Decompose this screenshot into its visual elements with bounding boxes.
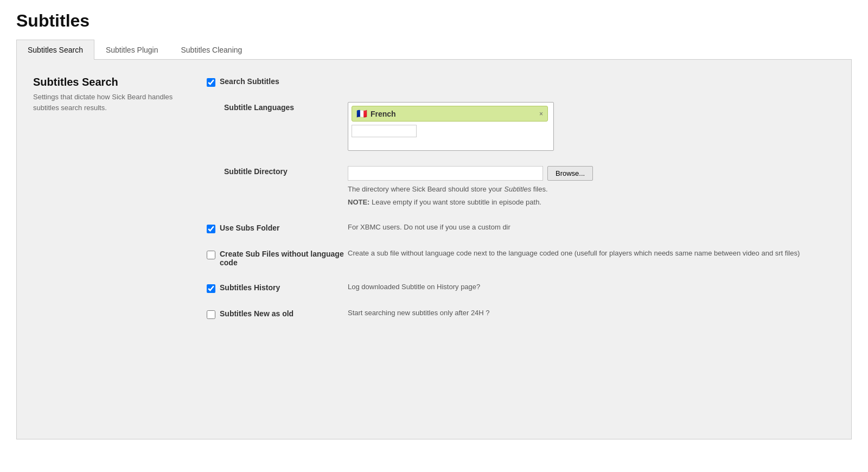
- dir-row: Browse...: [348, 166, 835, 181]
- page-wrapper: Subtitles Subtitles Search Subtitles Plu…: [0, 0, 868, 450]
- subtitles-history-description: Log downloaded Subtitle on History page?: [348, 281, 480, 291]
- tabs-bar: Subtitles Search Subtitles Plugin Subtit…: [16, 40, 852, 60]
- subtitle-directory-control: Browse... The directory where Sick Beard…: [348, 166, 835, 207]
- subtitles-history-label-col: Subtitles History: [207, 282, 348, 293]
- section-title: Subtitles Search: [33, 76, 207, 88]
- subtitle-directory-hint1: The directory where Sick Beard should st…: [348, 184, 835, 195]
- subtitle-directory-input[interactable]: [348, 166, 543, 181]
- section-description: Settings that dictate how Sick Beard han…: [33, 92, 185, 113]
- use-subs-folder-control: For XBMC users. Do not use if you use a …: [348, 222, 835, 231]
- browse-button[interactable]: Browse...: [547, 166, 593, 181]
- subtitles-new-as-old-control: Start searching new subtitles only after…: [348, 308, 835, 317]
- language-tag-french: 🇫🇷 French ×: [352, 106, 548, 122]
- create-sub-files-checkbox[interactable]: [207, 251, 215, 259]
- create-sub-files-label-col: Create Sub Files without language code: [207, 248, 348, 267]
- setting-row-subtitles-history: Subtitles History Log downloaded Subtitl…: [207, 282, 835, 293]
- search-subtitles-label: Search Subtitles: [220, 77, 279, 86]
- use-subs-folder-label: Use Subs Folder: [220, 224, 279, 232]
- create-sub-files-label: Create Sub Files without language code: [220, 250, 348, 267]
- search-subtitles-label-col: Search Subtitles: [207, 76, 348, 87]
- settings-layout: Subtitles Search Settings that dictate h…: [33, 76, 835, 334]
- content-panel: Subtitles Search Settings that dictate h…: [16, 60, 852, 439]
- page-title: Subtitles: [16, 11, 852, 31]
- french-language-name: French: [371, 110, 536, 118]
- tab-subtitles-plugin[interactable]: Subtitles Plugin: [94, 40, 170, 60]
- search-subtitles-checkbox[interactable]: [207, 78, 215, 87]
- language-picker[interactable]: 🇫🇷 French ×: [348, 102, 554, 151]
- remove-french-button[interactable]: ×: [539, 110, 543, 118]
- tab-subtitles-search[interactable]: Subtitles Search: [16, 40, 94, 60]
- setting-row-use-subs-folder: Use Subs Folder For XBMC users. Do not u…: [207, 222, 835, 233]
- subtitles-new-as-old-label-col: Subtitles New as old: [207, 308, 348, 319]
- setting-row-create-sub-files: Create Sub Files without language code C…: [207, 248, 835, 267]
- subtitles-history-checkbox[interactable]: [207, 284, 215, 293]
- setting-row-subtitle-directory: Subtitle Directory Browse... The directo…: [207, 166, 835, 207]
- subtitle-languages-control: 🇫🇷 French ×: [348, 102, 835, 151]
- language-search-input[interactable]: [352, 125, 417, 137]
- subtitle-directory-label: Subtitle Directory: [224, 167, 288, 176]
- setting-row-subtitles-new-as-old: Subtitles New as old Start searching new…: [207, 308, 835, 319]
- create-sub-files-control: Create a sub file without language code …: [348, 248, 835, 257]
- use-subs-folder-checkbox[interactable]: [207, 225, 215, 233]
- setting-row-search-subtitles: Search Subtitles: [207, 76, 835, 87]
- subtitles-new-as-old-checkbox[interactable]: [207, 310, 215, 319]
- tab-subtitles-cleaning[interactable]: Subtitles Cleaning: [169, 40, 253, 60]
- settings-left: Subtitles Search Settings that dictate h…: [33, 76, 207, 334]
- subtitle-languages-label: Subtitle Languages: [224, 103, 294, 112]
- subtitles-history-control: Log downloaded Subtitle on History page?: [348, 282, 835, 291]
- subtitles-history-label: Subtitles History: [220, 283, 280, 292]
- subtitle-languages-label-col: Subtitle Languages: [207, 102, 348, 112]
- french-flag-icon: 🇫🇷: [356, 109, 367, 119]
- subtitles-new-as-old-label: Subtitles New as old: [220, 309, 293, 318]
- use-subs-folder-label-col: Use Subs Folder: [207, 222, 348, 233]
- subtitles-new-as-old-description: Start searching new subtitles only after…: [348, 307, 490, 317]
- settings-right: Search Subtitles Subtitle Languages 🇫🇷 F…: [207, 76, 835, 334]
- setting-row-subtitle-languages: Subtitle Languages 🇫🇷 French ×: [207, 102, 835, 151]
- use-subs-folder-description: For XBMC users. Do not use if you use a …: [348, 221, 510, 231]
- subtitle-directory-hint2: NOTE: Leave empty if you want store subt…: [348, 197, 835, 208]
- create-sub-files-description: Create a sub file without language code …: [348, 247, 800, 257]
- subtitle-directory-label-col: Subtitle Directory: [207, 166, 348, 176]
